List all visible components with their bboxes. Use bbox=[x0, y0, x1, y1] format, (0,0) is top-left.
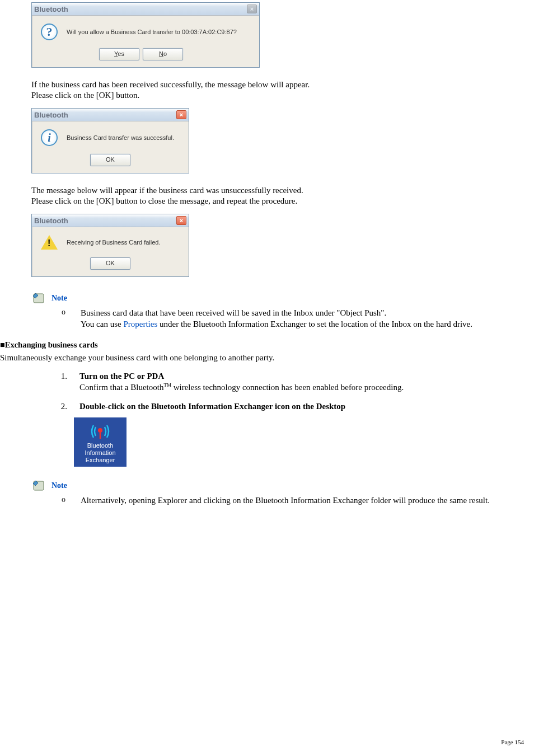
trademark: TM bbox=[163, 382, 171, 388]
close-icon: × bbox=[247, 4, 257, 13]
bluetooth-success-dialog: Bluetooth × i Business Card transfer was… bbox=[31, 108, 189, 173]
list-number: 1. bbox=[59, 370, 67, 393]
note-label: Note bbox=[51, 481, 67, 490]
body-text: If the business card has been received s… bbox=[31, 80, 534, 90]
dialog-title: Bluetooth bbox=[34, 5, 68, 13]
no-button[interactable]: No bbox=[143, 48, 183, 60]
step-title: Turn on the PC or PDA bbox=[79, 372, 164, 381]
list-marker: o bbox=[62, 307, 68, 330]
list-number: 2. bbox=[59, 401, 67, 412]
section-heading: ■Exchanging business cards bbox=[0, 340, 534, 350]
svg-point-1 bbox=[98, 428, 102, 433]
section-intro: Simultaneously exchange your business ca… bbox=[0, 353, 534, 363]
dialog-message: Business Card transfer was successful. bbox=[67, 134, 174, 141]
dialog-title: Bluetooth bbox=[34, 217, 68, 225]
close-icon[interactable]: × bbox=[176, 216, 186, 225]
ok-button[interactable]: OK bbox=[90, 257, 130, 270]
list-marker: o bbox=[62, 495, 68, 506]
note-text: under the Bluetooth Information Exchange… bbox=[157, 320, 472, 328]
dialog-title: Bluetooth bbox=[34, 111, 68, 119]
body-text: Please click on the [OK] button. bbox=[31, 91, 534, 100]
close-icon[interactable]: × bbox=[176, 110, 186, 119]
step-body: wireless technology connection has been … bbox=[171, 383, 404, 392]
dialog-titlebar: Bluetooth × bbox=[32, 3, 259, 16]
bluetooth-fail-dialog: Bluetooth × Receiving of Business Card f… bbox=[31, 214, 189, 277]
question-icon: ? bbox=[41, 24, 58, 40]
body-text: Please click on the [OK] button to close… bbox=[31, 196, 534, 206]
note-text: Business card data that have been receiv… bbox=[81, 308, 386, 317]
desktop-icon-label: Bluetooth Information Exchanger bbox=[75, 442, 125, 463]
properties-link[interactable]: Properties bbox=[123, 320, 157, 328]
ok-button[interactable]: OK bbox=[90, 154, 130, 166]
note-text: Alternatively, opening Explorer and clic… bbox=[81, 495, 490, 506]
note-icon bbox=[31, 479, 46, 492]
dialog-message: Will you allow a Business Card transfer … bbox=[67, 29, 237, 35]
step-body: Confirm that a Bluetooth bbox=[79, 383, 163, 392]
note-label: Note bbox=[51, 294, 67, 303]
dialog-titlebar: Bluetooth × bbox=[32, 109, 189, 121]
dialog-message: Receiving of Business Card failed. bbox=[67, 239, 161, 246]
bluetooth-confirm-dialog: Bluetooth × ? Will you allow a Business … bbox=[31, 2, 260, 68]
warning-icon bbox=[41, 235, 58, 250]
note-text: You can use bbox=[81, 320, 123, 328]
yes-button[interactable]: Yes bbox=[99, 48, 139, 60]
info-icon: i bbox=[41, 129, 58, 146]
bluetooth-exchanger-icon[interactable]: Bluetooth Information Exchanger bbox=[74, 417, 127, 467]
note-icon bbox=[31, 292, 46, 305]
body-text: The message below will appear if the bus… bbox=[31, 186, 534, 195]
step-title: Double-click on the Bluetooth Informatio… bbox=[79, 402, 345, 411]
bluetooth-waves-icon bbox=[89, 422, 111, 441]
dialog-titlebar: Bluetooth × bbox=[32, 214, 189, 227]
